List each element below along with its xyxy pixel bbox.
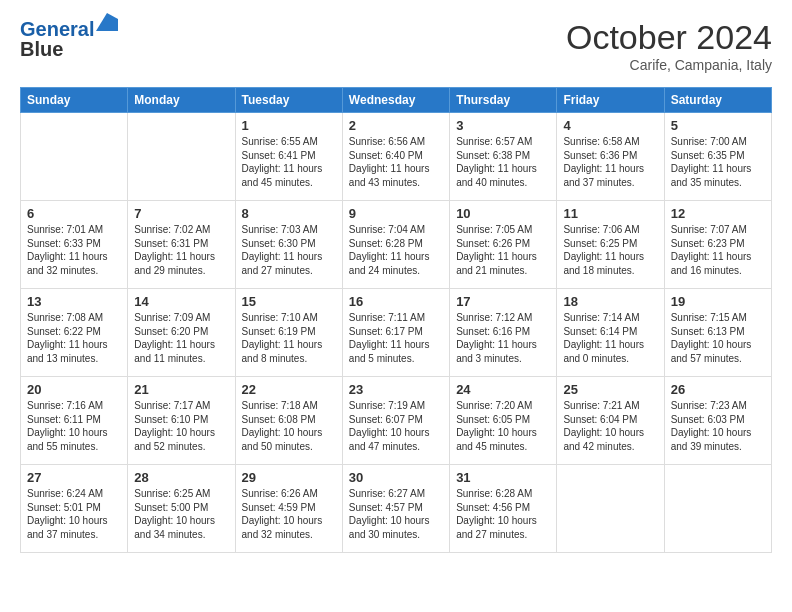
day-of-week-header: Monday [128,88,235,113]
calendar-cell: 19Sunrise: 7:15 AM Sunset: 6:13 PM Dayli… [664,289,771,377]
day-number: 8 [242,206,336,221]
calendar-cell: 16Sunrise: 7:11 AM Sunset: 6:17 PM Dayli… [342,289,449,377]
day-number: 19 [671,294,765,309]
calendar-cell: 6Sunrise: 7:01 AM Sunset: 6:33 PM Daylig… [21,201,128,289]
day-of-week-header: Saturday [664,88,771,113]
calendar-cell: 5Sunrise: 7:00 AM Sunset: 6:35 PM Daylig… [664,113,771,201]
day-info: Sunrise: 7:09 AM Sunset: 6:20 PM Dayligh… [134,311,228,365]
day-info: Sunrise: 7:17 AM Sunset: 6:10 PM Dayligh… [134,399,228,453]
calendar-cell: 10Sunrise: 7:05 AM Sunset: 6:26 PM Dayli… [450,201,557,289]
calendar-cell: 23Sunrise: 7:19 AM Sunset: 6:07 PM Dayli… [342,377,449,465]
day-of-week-header: Wednesday [342,88,449,113]
day-info: Sunrise: 7:20 AM Sunset: 6:05 PM Dayligh… [456,399,550,453]
calendar-cell: 13Sunrise: 7:08 AM Sunset: 6:22 PM Dayli… [21,289,128,377]
month-title: October 2024 [566,18,772,57]
day-info: Sunrise: 7:04 AM Sunset: 6:28 PM Dayligh… [349,223,443,277]
logo: General Blue [20,18,118,60]
logo-icon [96,13,118,31]
day-number: 3 [456,118,550,133]
day-number: 31 [456,470,550,485]
day-number: 18 [563,294,657,309]
page: General Blue October 2024 Carife, Campan… [0,0,792,571]
calendar-cell: 18Sunrise: 7:14 AM Sunset: 6:14 PM Dayli… [557,289,664,377]
day-number: 1 [242,118,336,133]
day-number: 7 [134,206,228,221]
day-number: 10 [456,206,550,221]
day-info: Sunrise: 7:18 AM Sunset: 6:08 PM Dayligh… [242,399,336,453]
logo-blue: Blue [20,38,118,60]
calendar-cell: 14Sunrise: 7:09 AM Sunset: 6:20 PM Dayli… [128,289,235,377]
calendar-cell: 26Sunrise: 7:23 AM Sunset: 6:03 PM Dayli… [664,377,771,465]
calendar-cell: 27Sunrise: 6:24 AM Sunset: 5:01 PM Dayli… [21,465,128,553]
calendar-cell: 7Sunrise: 7:02 AM Sunset: 6:31 PM Daylig… [128,201,235,289]
calendar-cell: 31Sunrise: 6:28 AM Sunset: 4:56 PM Dayli… [450,465,557,553]
svg-marker-0 [96,13,118,31]
day-number: 28 [134,470,228,485]
calendar-week-row: 6Sunrise: 7:01 AM Sunset: 6:33 PM Daylig… [21,201,772,289]
day-info: Sunrise: 7:16 AM Sunset: 6:11 PM Dayligh… [27,399,121,453]
calendar-table: SundayMondayTuesdayWednesdayThursdayFrid… [20,87,772,553]
calendar-cell: 28Sunrise: 6:25 AM Sunset: 5:00 PM Dayli… [128,465,235,553]
day-info: Sunrise: 6:26 AM Sunset: 4:59 PM Dayligh… [242,487,336,541]
day-info: Sunrise: 7:14 AM Sunset: 6:14 PM Dayligh… [563,311,657,365]
day-number: 29 [242,470,336,485]
day-number: 21 [134,382,228,397]
day-number: 25 [563,382,657,397]
calendar-week-row: 27Sunrise: 6:24 AM Sunset: 5:01 PM Dayli… [21,465,772,553]
day-number: 22 [242,382,336,397]
calendar-cell: 25Sunrise: 7:21 AM Sunset: 6:04 PM Dayli… [557,377,664,465]
day-info: Sunrise: 7:05 AM Sunset: 6:26 PM Dayligh… [456,223,550,277]
calendar-cell: 2Sunrise: 6:56 AM Sunset: 6:40 PM Daylig… [342,113,449,201]
calendar-cell: 1Sunrise: 6:55 AM Sunset: 6:41 PM Daylig… [235,113,342,201]
day-number: 16 [349,294,443,309]
calendar-cell: 22Sunrise: 7:18 AM Sunset: 6:08 PM Dayli… [235,377,342,465]
day-info: Sunrise: 6:25 AM Sunset: 5:00 PM Dayligh… [134,487,228,541]
calendar-cell [664,465,771,553]
day-info: Sunrise: 6:55 AM Sunset: 6:41 PM Dayligh… [242,135,336,189]
day-number: 15 [242,294,336,309]
day-info: Sunrise: 7:21 AM Sunset: 6:04 PM Dayligh… [563,399,657,453]
calendar-cell: 24Sunrise: 7:20 AM Sunset: 6:05 PM Dayli… [450,377,557,465]
day-info: Sunrise: 6:24 AM Sunset: 5:01 PM Dayligh… [27,487,121,541]
calendar-week-row: 13Sunrise: 7:08 AM Sunset: 6:22 PM Dayli… [21,289,772,377]
day-info: Sunrise: 6:58 AM Sunset: 6:36 PM Dayligh… [563,135,657,189]
calendar-cell [557,465,664,553]
day-number: 12 [671,206,765,221]
calendar-cell: 29Sunrise: 6:26 AM Sunset: 4:59 PM Dayli… [235,465,342,553]
calendar-cell: 4Sunrise: 6:58 AM Sunset: 6:36 PM Daylig… [557,113,664,201]
day-number: 2 [349,118,443,133]
day-info: Sunrise: 7:01 AM Sunset: 6:33 PM Dayligh… [27,223,121,277]
calendar-cell [21,113,128,201]
day-info: Sunrise: 6:27 AM Sunset: 4:57 PM Dayligh… [349,487,443,541]
title-block: October 2024 Carife, Campania, Italy [566,18,772,73]
day-info: Sunrise: 7:23 AM Sunset: 6:03 PM Dayligh… [671,399,765,453]
calendar-cell: 21Sunrise: 7:17 AM Sunset: 6:10 PM Dayli… [128,377,235,465]
day-number: 5 [671,118,765,133]
day-info: Sunrise: 6:28 AM Sunset: 4:56 PM Dayligh… [456,487,550,541]
day-info: Sunrise: 7:00 AM Sunset: 6:35 PM Dayligh… [671,135,765,189]
day-number: 23 [349,382,443,397]
day-of-week-header: Thursday [450,88,557,113]
calendar-cell: 30Sunrise: 6:27 AM Sunset: 4:57 PM Dayli… [342,465,449,553]
day-number: 6 [27,206,121,221]
calendar-week-row: 1Sunrise: 6:55 AM Sunset: 6:41 PM Daylig… [21,113,772,201]
calendar-cell: 11Sunrise: 7:06 AM Sunset: 6:25 PM Dayli… [557,201,664,289]
day-number: 11 [563,206,657,221]
day-info: Sunrise: 7:10 AM Sunset: 6:19 PM Dayligh… [242,311,336,365]
calendar-cell: 12Sunrise: 7:07 AM Sunset: 6:23 PM Dayli… [664,201,771,289]
day-info: Sunrise: 7:07 AM Sunset: 6:23 PM Dayligh… [671,223,765,277]
day-number: 20 [27,382,121,397]
day-info: Sunrise: 7:19 AM Sunset: 6:07 PM Dayligh… [349,399,443,453]
calendar-cell: 17Sunrise: 7:12 AM Sunset: 6:16 PM Dayli… [450,289,557,377]
day-number: 27 [27,470,121,485]
day-of-week-header: Tuesday [235,88,342,113]
day-number: 30 [349,470,443,485]
calendar-cell: 3Sunrise: 6:57 AM Sunset: 6:38 PM Daylig… [450,113,557,201]
day-info: Sunrise: 7:11 AM Sunset: 6:17 PM Dayligh… [349,311,443,365]
header: General Blue October 2024 Carife, Campan… [20,18,772,73]
day-info: Sunrise: 7:15 AM Sunset: 6:13 PM Dayligh… [671,311,765,365]
day-info: Sunrise: 7:06 AM Sunset: 6:25 PM Dayligh… [563,223,657,277]
day-info: Sunrise: 6:57 AM Sunset: 6:38 PM Dayligh… [456,135,550,189]
day-of-week-header: Sunday [21,88,128,113]
calendar-cell: 20Sunrise: 7:16 AM Sunset: 6:11 PM Dayli… [21,377,128,465]
